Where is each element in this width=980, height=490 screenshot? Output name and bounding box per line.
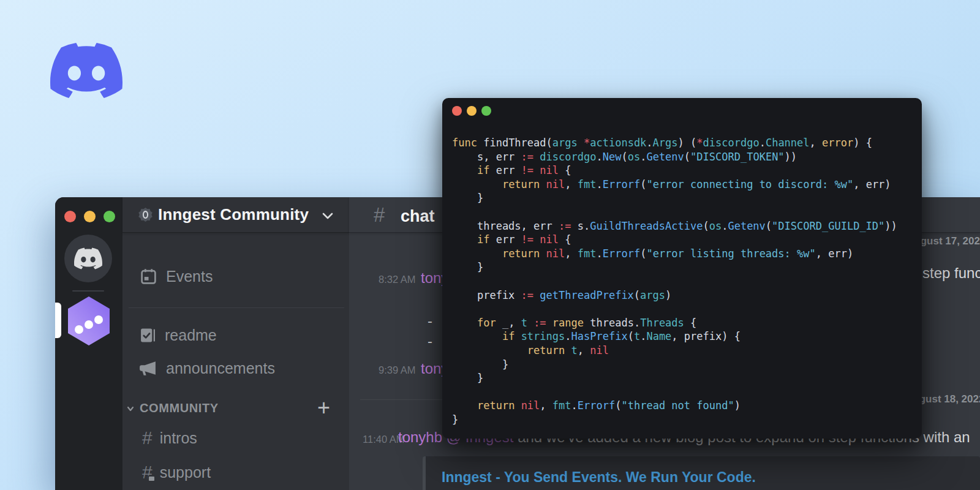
server-badge-icon (138, 207, 153, 222)
code-editor-window: func findThread(args *actionsdk.Args) (*… (442, 98, 922, 439)
link-embed-card: Inngest - You Send Events. We Run Your C… (423, 456, 980, 490)
message-bullet: - (428, 333, 432, 350)
code-line (452, 205, 897, 219)
code-line: return t, nil (452, 344, 897, 358)
chevron-down-icon (321, 209, 334, 222)
embed-title-link[interactable]: Inngest - You Send Events. We Run Your C… (442, 469, 756, 486)
code-line: return nil, fmt.Errorf("error listing th… (452, 247, 897, 261)
code-line: } (452, 260, 897, 274)
selected-server-pill (55, 303, 61, 338)
minimize-window-button[interactable] (84, 211, 96, 222)
channel-label: Events (166, 268, 213, 285)
hash-icon: # (142, 429, 153, 447)
server-name: Inngest Community (158, 205, 309, 224)
calendar-icon (140, 268, 157, 285)
code-line: } (452, 191, 897, 205)
sidebar-item-announcements[interactable]: announcements (138, 358, 275, 379)
code-line: threads, err := s.GuildThreadsActive(os.… (452, 219, 897, 233)
close-window-button[interactable] (64, 211, 76, 222)
code-line: if err != nil { (452, 164, 897, 178)
zoom-window-button[interactable] (481, 106, 491, 116)
hash-icon: # (374, 203, 385, 227)
readme-icon (140, 327, 156, 344)
channel-label: readme (165, 326, 217, 344)
discord-home-button[interactable] (64, 235, 112, 282)
discord-logo-icon (50, 34, 123, 107)
message-fragment: step functio (922, 265, 980, 282)
close-window-button[interactable] (452, 106, 462, 116)
section-label: COMMUNITY (140, 401, 219, 415)
code-block: func findThread(args *actionsdk.Args) (*… (452, 136, 897, 426)
add-channel-button[interactable]: + (317, 397, 330, 419)
message-bullet: - (428, 312, 432, 330)
sidebar-divider (129, 307, 344, 308)
channel-label: support (160, 464, 211, 481)
chevron-down-icon (126, 404, 135, 413)
code-line: func findThread(args *actionsdk.Args) (*… (452, 136, 897, 150)
channel-label: intros (160, 429, 197, 447)
code-line: prefix := getThreadPrefix(args) (452, 288, 897, 303)
code-line: for _, t := range threads.Threads { (452, 316, 897, 330)
sidebar-item-support[interactable]: # support (142, 462, 211, 483)
channel-label: announcements (166, 360, 275, 377)
message-timestamp: 9:39 AM (379, 364, 416, 376)
code-line: return nil, fmt.Errorf("error connecting… (452, 178, 897, 192)
rail-divider (72, 290, 104, 292)
code-line (452, 302, 897, 316)
discord-home-icon (74, 244, 102, 273)
megaphone-icon (138, 360, 157, 377)
channel-title: chat (401, 207, 435, 226)
inngest-server-icon[interactable] (66, 295, 111, 347)
minimize-window-button[interactable] (467, 106, 477, 116)
server-header-dropdown[interactable]: Inngest Community (123, 197, 349, 233)
sidebar-item-intros[interactable]: # intros (142, 428, 197, 448)
sidebar-item-events[interactable]: Events (140, 266, 213, 287)
code-line: return nil, fmt.Errorf("thread not found… (452, 399, 897, 413)
channel-sidebar: Inngest Community Events (123, 197, 349, 490)
code-line (452, 385, 897, 399)
code-line: if strings.HasPrefix(t.Name, prefix) { (452, 330, 897, 344)
zoom-window-button[interactable] (104, 211, 115, 222)
code-line: s, err := discordgo.New(os.Getenv("DISCO… (452, 150, 897, 164)
code-line: } (452, 371, 897, 385)
sidebar-section-community[interactable]: COMMUNITY (126, 401, 219, 415)
code-line: } (452, 358, 897, 372)
code-line: if err != nil { (452, 233, 897, 247)
message-timestamp: 8:32 AM (379, 274, 416, 285)
code-line: } (452, 413, 897, 427)
sidebar-item-readme[interactable]: readme (140, 325, 217, 345)
code-line (452, 274, 897, 288)
hash-bubble-icon: # (142, 463, 153, 481)
